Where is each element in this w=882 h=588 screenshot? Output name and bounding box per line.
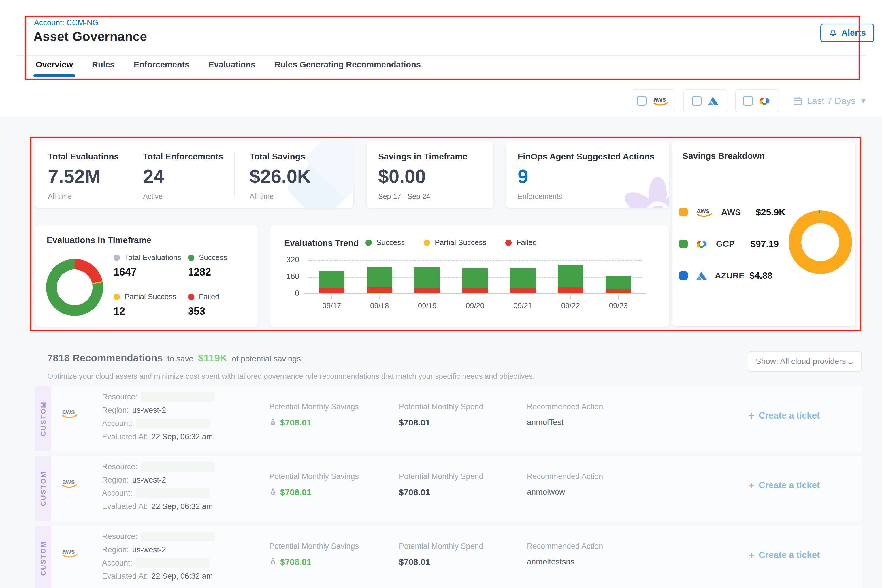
date-range-selector[interactable]: Last 7 Days ▼ [793, 96, 867, 106]
gcp-icon [758, 96, 771, 106]
gcp-savings-value: $97.19 [751, 238, 779, 249]
azure-icon [695, 270, 707, 281]
azure-color-chip [679, 271, 688, 280]
alerts-button-label: Alerts [842, 28, 866, 38]
redacted-resource-value [141, 531, 215, 541]
azure-filter-toggle[interactable] [683, 89, 727, 112]
aws-color-chip [679, 208, 688, 216]
money-bag-icon: $ [269, 418, 277, 427]
recommendations-list: CUSTOM aws Resource: Region:us-west-2 Ac… [35, 386, 862, 588]
savings-breakdown-gcp-row: GCP $97.19 [679, 236, 779, 252]
redacted-resource-value [141, 462, 215, 471]
svg-text:$: $ [272, 490, 274, 495]
dropdown-label: Show: All cloud providers [756, 357, 846, 366]
tab-rules[interactable]: Rules [91, 60, 116, 77]
svg-text:aws: aws [62, 408, 75, 416]
custom-badge: CUSTOM [35, 456, 51, 521]
aws-icon: aws [60, 408, 79, 419]
gcp-filter-toggle[interactable] [735, 89, 779, 112]
aws-label: AWS [721, 207, 756, 217]
totals-card: Total Evaluations 7.52M All-time Total E… [35, 141, 353, 208]
azure-savings-value: $4.88 [749, 270, 772, 281]
x-axis-baseline [304, 293, 646, 294]
legend-success: Success 1282 [188, 253, 227, 278]
svg-text:$: $ [272, 560, 274, 565]
resource-fields: Resource: Region:us-west-2 Account: Eval… [102, 460, 215, 513]
recommendations-subtitle: Optimize your cloud assets and minimize … [47, 372, 535, 381]
redacted-account-value [136, 488, 210, 498]
potential-monthly-spend: Potential Monthly Spend $708.01 [399, 472, 483, 497]
recommendation-row: CUSTOM aws Resource: Region:us-west-2 Ac… [35, 386, 862, 452]
aws-icon: aws [60, 547, 79, 559]
resource-fields: Resource: Region:us-west-2 Account: Eval… [102, 390, 215, 443]
x-axis-label: 09/22 [561, 301, 580, 310]
recommended-action: Recommended Action anmoltestsns [527, 542, 603, 566]
evaluations-in-timeframe-title: Evaluations in Timeframe [47, 235, 152, 245]
gcp-icon [695, 239, 708, 249]
money-bag-icon: $ [269, 488, 277, 496]
tab-enforcements[interactable]: Enforcements [133, 60, 190, 77]
page-title: Asset Governance [33, 29, 147, 44]
date-range-label: Last 7 Days [807, 96, 855, 106]
potential-monthly-spend: Potential Monthly Spend $708.01 [399, 542, 483, 567]
potential-monthly-savings: Potential Monthly Savings $ $708.01 [269, 542, 359, 567]
x-axis-label: 09/19 [418, 301, 436, 310]
plus-icon: + [748, 411, 754, 420]
finops-agent-value: 9 [518, 165, 528, 188]
gcp-checkbox[interactable] [743, 96, 753, 106]
legend-failed: Failed 353 [188, 292, 219, 317]
tab-overview[interactable]: Overview [34, 60, 74, 77]
create-ticket-button[interactable]: +Create a ticket [748, 411, 820, 421]
tabs-divider [17, 56, 865, 56]
aws-icon: aws [695, 206, 714, 218]
chevron-down-icon: ▼ [860, 96, 867, 105]
account-breadcrumb-link[interactable]: Account: CCM-NG [34, 18, 99, 27]
total-savings-title: Total Savings [250, 152, 305, 161]
aws-icon: aws [60, 477, 79, 489]
total-savings-caption: All-time [250, 192, 273, 201]
finops-agent-caption: Enforcements [518, 192, 562, 201]
savings-in-timeframe-card: Savings in Timeframe $0.00 Sep 17 - Sep … [367, 141, 494, 208]
alerts-button[interactable]: Alerts [820, 24, 874, 42]
azure-checkbox[interactable] [692, 96, 702, 106]
savings-breakdown-donut-chart [789, 210, 852, 274]
azure-icon [695, 270, 707, 281]
svg-text:$: $ [272, 421, 274, 425]
potential-savings-amount: $119K [198, 352, 227, 364]
evaluations-donut-chart [46, 259, 103, 316]
savings-breakdown-azure-row: AZURE $4.88 [679, 267, 772, 284]
trend-x-labels: 09/1709/1809/1909/2009/2109/2209/23 [308, 295, 642, 310]
aws-icon: aws [60, 477, 79, 489]
savings-in-timeframe-caption: Sep 17 - Sep 24 [378, 192, 430, 201]
success-dot [366, 240, 372, 246]
create-ticket-button[interactable]: +Create a ticket [748, 480, 820, 490]
total-savings-value: $26.0K [250, 165, 311, 188]
aws-filter-toggle[interactable]: aws [632, 89, 675, 112]
aws-checkbox[interactable] [637, 96, 646, 106]
trend-bars [308, 260, 642, 293]
failed-dot [188, 294, 194, 300]
recommendation-row: CUSTOM aws Resource: Region:us-west-2 Ac… [35, 456, 862, 521]
azure-icon [707, 96, 719, 106]
aws-icon: aws [652, 95, 670, 106]
legend-partial-success: Partial Success 12 [114, 292, 176, 317]
svg-text:aws: aws [697, 207, 710, 214]
aws-icon: aws [695, 206, 714, 218]
tab-bar: Overview Rules Enforcements Evaluations … [34, 60, 422, 77]
savings-in-timeframe-value: $0.00 [378, 165, 426, 188]
plus-icon: + [748, 551, 754, 560]
create-ticket-button[interactable]: +Create a ticket [748, 550, 820, 560]
recommended-action: Recommended Action anmolTest [527, 402, 603, 427]
aws-icon: aws [60, 547, 79, 559]
plus-icon: + [748, 481, 754, 490]
tab-evaluations[interactable]: Evaluations [207, 60, 256, 77]
savings-suffix-text: of potential savings [232, 354, 301, 363]
svg-text:aws: aws [653, 96, 666, 103]
partial-success-dot [424, 240, 430, 246]
divider [234, 153, 235, 196]
cloud-provider-filter-dropdown[interactable]: Show: All cloud providers ⌄ [748, 351, 862, 372]
x-axis-label: 09/18 [370, 301, 389, 310]
potential-monthly-spend: Potential Monthly Spend $708.01 [399, 402, 483, 428]
tab-rules-generating-recommendations[interactable]: Rules Generating Recommendations [273, 60, 422, 77]
x-axis-label: 09/21 [513, 301, 532, 310]
